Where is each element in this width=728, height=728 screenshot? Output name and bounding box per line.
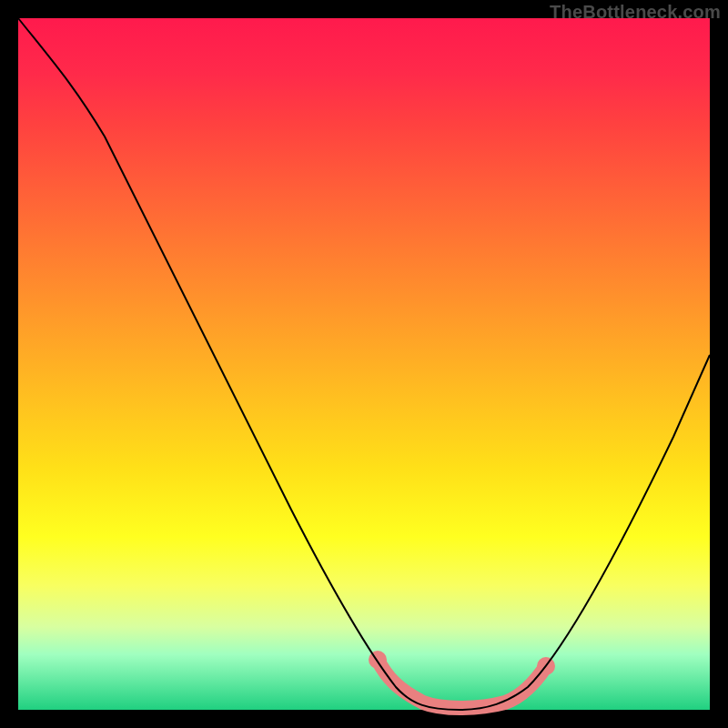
chart-svg (18, 18, 710, 710)
highlight-band (369, 651, 555, 708)
outer-frame: TheBottleneck.com (0, 0, 728, 728)
bottleneck-curve (18, 18, 710, 710)
plot-area (18, 18, 710, 710)
highlight-path (378, 660, 546, 708)
watermark-text: TheBottleneck.com (550, 2, 721, 23)
